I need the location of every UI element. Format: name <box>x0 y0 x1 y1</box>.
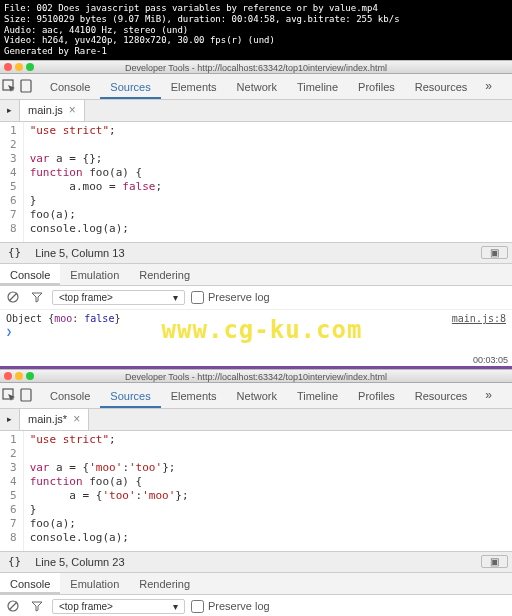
console-body[interactable]: www.cg-ku.com Object {moo: false} main.j… <box>0 310 512 350</box>
window-titlebar: Developer Tools - http://localhost:63342… <box>0 60 512 74</box>
tab-timeline[interactable]: Timeline <box>287 74 348 99</box>
tab-network[interactable]: Network <box>227 74 287 99</box>
close-tab-icon[interactable]: × <box>73 412 80 426</box>
pretty-print-icon[interactable]: {} <box>0 555 29 568</box>
cursor-position: Line 5, Column 23 <box>29 556 130 568</box>
frame-label: <top frame> <box>59 292 113 303</box>
svg-line-7 <box>9 602 17 610</box>
preserve-log-checkbox[interactable]: Preserve log <box>191 291 270 304</box>
tab-console[interactable]: Console <box>40 74 100 99</box>
dropdown-icon: ▾ <box>173 292 178 303</box>
preserve-log-label: Preserve log <box>208 600 270 612</box>
device-mode-icon[interactable] <box>20 75 32 97</box>
code-content[interactable]: "use strict"; var a = {}; function foo(a… <box>24 122 168 242</box>
inspect-element-icon[interactable] <box>2 75 16 97</box>
timestamp: 00:03:05 <box>473 355 508 365</box>
drawer-tab-rendering[interactable]: Rendering <box>129 573 200 594</box>
editor-statusbar: {} Line 5, Column 13 ▣ <box>0 242 512 264</box>
toggle-sidebar-icon[interactable]: ▣ <box>481 555 508 568</box>
tab-resources[interactable]: Resources <box>405 74 478 99</box>
svg-line-3 <box>9 293 17 301</box>
minimize-window-icon[interactable] <box>15 63 23 71</box>
overflow-tabs-icon[interactable]: » <box>477 79 500 93</box>
window-titlebar: Developer Tools - http://localhost:63342… <box>0 369 512 383</box>
tab-network[interactable]: Network <box>227 383 287 408</box>
terminal-output: File: 002 Does javascript pass variables… <box>0 0 512 60</box>
drawer-tabs: Console Emulation Rendering <box>0 573 512 595</box>
frame-label: <top frame> <box>59 601 113 612</box>
console-controls: <top frame> ▾ Preserve log <box>0 595 512 616</box>
tab-console[interactable]: Console <box>40 383 100 408</box>
close-window-icon[interactable] <box>4 63 12 71</box>
dropdown-icon: ▾ <box>173 601 178 612</box>
frame-selector[interactable]: <top frame> ▾ <box>52 290 185 305</box>
file-tab-main-js[interactable]: main.js × <box>20 100 85 121</box>
file-tab-main-js[interactable]: main.js* × <box>20 409 89 430</box>
zoom-window-icon[interactable] <box>26 372 34 380</box>
file-tab-label: main.js <box>28 104 63 116</box>
svg-rect-1 <box>21 80 31 92</box>
file-tabs: ▸ main.js* × <box>0 409 512 431</box>
drawer-tab-console[interactable]: Console <box>0 264 60 285</box>
zoom-window-icon[interactable] <box>26 63 34 71</box>
window-title: Developer Tools - http://localhost:63342… <box>125 372 387 382</box>
tab-timeline[interactable]: Timeline <box>287 383 348 408</box>
drawer-tabs: Console Emulation Rendering <box>0 264 512 286</box>
tab-elements[interactable]: Elements <box>161 383 227 408</box>
device-mode-icon[interactable] <box>20 384 32 406</box>
traffic-lights <box>4 63 34 71</box>
cursor-position: Line 5, Column 13 <box>29 247 130 259</box>
frame-selector[interactable]: <top frame> ▾ <box>52 599 185 614</box>
preserve-log-input[interactable] <box>191 600 204 613</box>
devtools-toolbar: Console Sources Elements Network Timelin… <box>0 383 512 409</box>
tab-elements[interactable]: Elements <box>161 74 227 99</box>
navigator-toggle-icon[interactable]: ▸ <box>0 409 20 430</box>
console-controls: <top frame> ▾ Preserve log <box>0 286 512 310</box>
settings-menu-icon[interactable]: ⋮ <box>500 78 512 94</box>
tab-sources[interactable]: Sources <box>100 383 160 408</box>
console-log-line[interactable]: Object {moo: false} main.js:8 <box>6 313 506 324</box>
toggle-sidebar-icon[interactable]: ▣ <box>481 246 508 259</box>
drawer-tab-console[interactable]: Console <box>0 573 60 594</box>
filter-icon[interactable] <box>28 288 46 306</box>
drawer-tab-rendering[interactable]: Rendering <box>129 264 200 285</box>
preserve-log-label: Preserve log <box>208 291 270 303</box>
filter-icon[interactable] <box>28 597 46 615</box>
tab-profiles[interactable]: Profiles <box>348 383 405 408</box>
overflow-tabs-icon[interactable]: » <box>477 388 500 402</box>
devtools-toolbar: Console Sources Elements Network Timelin… <box>0 74 512 100</box>
settings-menu-icon[interactable]: ⋮ <box>500 387 512 403</box>
tab-resources[interactable]: Resources <box>405 383 478 408</box>
drawer-tab-emulation[interactable]: Emulation <box>60 264 129 285</box>
tab-profiles[interactable]: Profiles <box>348 74 405 99</box>
inspect-element-icon[interactable] <box>2 384 16 406</box>
pretty-print-icon[interactable]: {} <box>0 246 29 259</box>
code-editor[interactable]: 1 2 3 4 5 6 7 8 "use strict"; var a = {'… <box>0 431 512 551</box>
drawer-tab-emulation[interactable]: Emulation <box>60 573 129 594</box>
window-title: Developer Tools - http://localhost:63342… <box>125 63 387 73</box>
line-gutter: 1 2 3 4 5 6 7 8 <box>0 431 24 551</box>
console-prompt[interactable]: ❯ <box>6 326 506 337</box>
svg-rect-5 <box>21 389 31 401</box>
tab-sources[interactable]: Sources <box>100 74 160 99</box>
timeline-strip: 00:03:05 <box>0 350 512 366</box>
clear-console-icon[interactable] <box>4 597 22 615</box>
code-editor[interactable]: 1 2 3 4 5 6 7 8 "use strict"; var a = {}… <box>0 122 512 242</box>
line-gutter: 1 2 3 4 5 6 7 8 <box>0 122 24 242</box>
preserve-log-input[interactable] <box>191 291 204 304</box>
traffic-lights <box>4 372 34 380</box>
minimize-window-icon[interactable] <box>15 372 23 380</box>
file-tabs: ▸ main.js × <box>0 100 512 122</box>
preserve-log-checkbox[interactable]: Preserve log <box>191 600 270 613</box>
editor-statusbar: {} Line 5, Column 23 ▣ <box>0 551 512 573</box>
close-window-icon[interactable] <box>4 372 12 380</box>
source-link[interactable]: main.js:8 <box>452 313 506 324</box>
navigator-toggle-icon[interactable]: ▸ <box>0 100 20 121</box>
code-content[interactable]: "use strict"; var a = {'moo':'too'}; fun… <box>24 431 195 551</box>
clear-console-icon[interactable] <box>4 288 22 306</box>
file-tab-label: main.js* <box>28 413 67 425</box>
close-tab-icon[interactable]: × <box>69 103 76 117</box>
